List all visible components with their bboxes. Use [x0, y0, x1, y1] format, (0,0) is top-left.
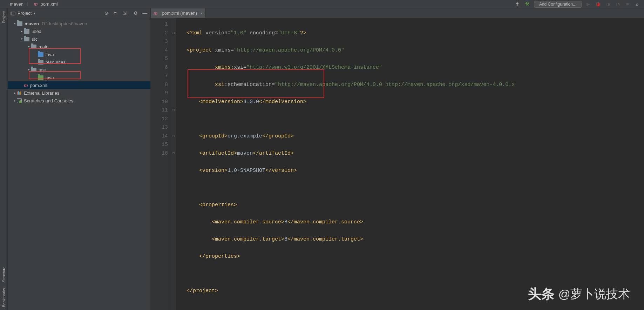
editor-tabs: m pom.xml (maven) ×	[151, 8, 644, 18]
editor-tab-pom[interactable]: m pom.xml (maven) ×	[151, 8, 206, 18]
tree-resources[interactable]: resources	[8, 58, 150, 66]
close-tab-icon[interactable]: ×	[201, 11, 203, 15]
folder-icon	[24, 29, 29, 34]
project-panel: Project ▾ ⊙ ≡ ⇲ ⚙ — maven D:\desktop\tes…	[8, 8, 151, 310]
left-tool-rail: Project Structure Bookmarks	[0, 8, 8, 310]
fold-gutter: ⊟⊟⊟⊟	[171, 18, 176, 310]
rail-bookmarks[interactable]: Bookmarks	[2, 285, 6, 310]
tree-main[interactable]: main	[8, 43, 150, 50]
top-actions: ⚒ Add Configuration... ▶ 🐞 ◑ ◔ ■ ⌕	[514, 1, 644, 8]
watermark-text: @萝卜说技术	[558, 286, 630, 302]
maven-file-icon: m	[24, 83, 28, 88]
code-content[interactable]: <?xml version="1.0" encoding="UTF-8"?> <…	[176, 18, 515, 310]
top-bar: maven 〉 m pom.xml ⚒ Add Configuration...…	[0, 0, 644, 8]
test-folder-icon	[38, 75, 43, 80]
build-icon[interactable]: ⚒	[524, 1, 530, 7]
svg-rect-2	[11, 12, 12, 15]
select-opened-file-icon[interactable]: ⊙	[103, 11, 109, 16]
tree-pom[interactable]: m pom.xml	[8, 81, 150, 89]
stop-icon[interactable]: ■	[624, 1, 631, 7]
source-folder-icon	[38, 52, 43, 57]
folder-icon	[17, 21, 22, 26]
panel-dropdown-icon[interactable]: ▾	[34, 11, 35, 15]
resources-folder-icon	[38, 60, 43, 65]
user-icon[interactable]	[514, 1, 521, 7]
maven-file-icon: m	[34, 1, 38, 7]
folder-icon	[31, 68, 36, 72]
rail-structure[interactable]: Structure	[2, 264, 6, 285]
tree-test-java[interactable]: java	[8, 74, 150, 81]
profiler-icon[interactable]: ◔	[615, 1, 621, 7]
tree-test[interactable]: test	[8, 66, 150, 74]
line-gutter: 1234 5678 9101112 13141516	[151, 18, 171, 310]
watermark-logo: 头条	[528, 285, 555, 303]
project-view-icon	[11, 11, 15, 16]
search-icon[interactable]: ⌕	[634, 1, 640, 7]
scratches-icon	[17, 98, 22, 103]
expand-all-icon[interactable]: ≡	[113, 11, 118, 16]
tree-main-java[interactable]: java	[8, 50, 150, 58]
breadcrumb: maven 〉 m pom.xml	[0, 1, 514, 7]
editor-tab-label: pom.xml (maven)	[162, 11, 197, 16]
tree-external-libs[interactable]: External Libraries	[8, 89, 150, 97]
breadcrumb-file[interactable]: pom.xml	[41, 1, 58, 7]
settings-gear-icon[interactable]: ⚙	[133, 11, 138, 16]
coverage-icon[interactable]: ◑	[605, 1, 611, 7]
svg-rect-5	[19, 92, 20, 95]
editor-area: m pom.xml (maven) × 1234 5678 9101112 13…	[151, 8, 644, 310]
run-icon[interactable]: ▶	[585, 1, 591, 7]
svg-rect-6	[20, 92, 21, 95]
folder-icon	[24, 37, 29, 41]
svg-point-0	[516, 2, 518, 5]
project-tree: maven D:\desktop\test\maven .idea src ma…	[8, 18, 150, 106]
tree-idea[interactable]: .idea	[8, 27, 150, 35]
svg-rect-4	[18, 91, 19, 95]
panel-header: Project ▾ ⊙ ≡ ⇲ ⚙ —	[8, 8, 150, 18]
libraries-icon	[17, 91, 22, 95]
breadcrumb-project[interactable]: maven	[10, 1, 23, 7]
panel-title-label: Project	[18, 11, 32, 16]
breadcrumb-separator-icon: 〉	[26, 1, 31, 7]
add-configuration-button[interactable]: Add Configuration...	[534, 1, 582, 8]
svg-rect-3	[17, 92, 18, 95]
debug-icon[interactable]: 🐞	[595, 1, 601, 7]
rail-project[interactable]: Project	[2, 8, 6, 26]
watermark: 头条 @萝卜说技术	[528, 285, 630, 303]
hide-panel-icon[interactable]: —	[142, 11, 148, 16]
tree-src[interactable]: src	[8, 35, 150, 43]
folder-icon	[31, 45, 36, 49]
tree-root[interactable]: maven D:\desktop\test\maven	[8, 20, 150, 27]
collapse-all-icon[interactable]: ⇲	[122, 11, 127, 16]
maven-file-icon: m	[154, 11, 158, 16]
editor-body[interactable]: 1234 5678 9101112 13141516 ⊟⊟⊟⊟ <?xml ve…	[151, 18, 644, 310]
tree-scratches[interactable]: Scratches and Consoles	[8, 97, 150, 105]
